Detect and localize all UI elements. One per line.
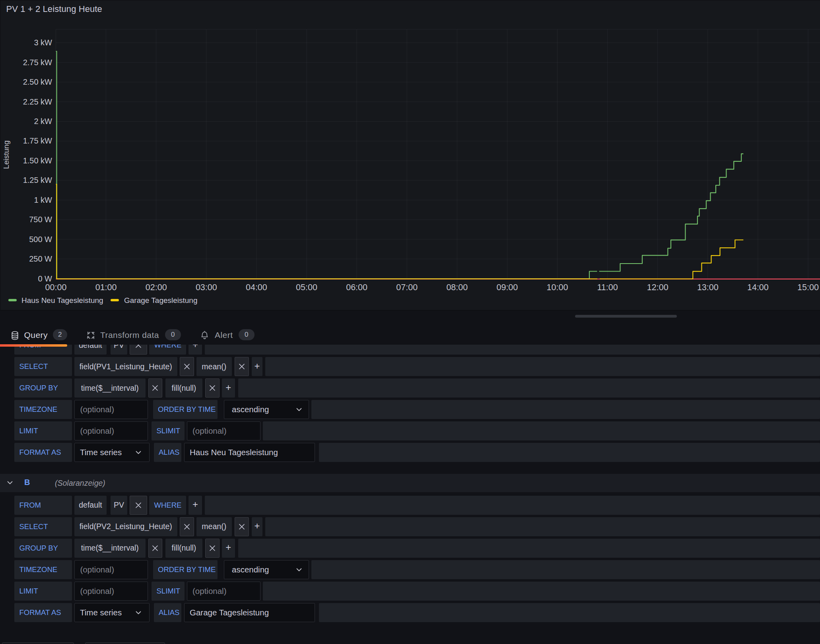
- svg-text:07:00: 07:00: [396, 283, 418, 292]
- svg-text:750 W: 750 W: [29, 215, 52, 224]
- svg-text:04:00: 04:00: [246, 283, 267, 292]
- svg-text:00:00: 00:00: [45, 283, 67, 292]
- svg-text:06:00: 06:00: [346, 283, 367, 292]
- svg-text:0 W: 0 W: [38, 274, 52, 283]
- svg-text:2.25 kW: 2.25 kW: [23, 97, 52, 106]
- svg-text:3 kW: 3 kW: [34, 38, 52, 47]
- svg-text:Leistung: Leistung: [2, 140, 10, 169]
- svg-text:11:00: 11:00: [597, 283, 618, 292]
- svg-text:01:00: 01:00: [95, 283, 117, 292]
- svg-text:2.75 kW: 2.75 kW: [23, 58, 52, 67]
- svg-text:1.50 kW: 1.50 kW: [23, 156, 52, 165]
- svg-text:2 kW: 2 kW: [34, 117, 52, 126]
- svg-text:250 W: 250 W: [29, 254, 52, 263]
- svg-text:1.25 kW: 1.25 kW: [23, 176, 52, 184]
- svg-text:05:00: 05:00: [296, 283, 317, 292]
- svg-text:02:00: 02:00: [146, 283, 167, 292]
- svg-text:08:00: 08:00: [446, 283, 468, 292]
- svg-text:12:00: 12:00: [647, 283, 668, 292]
- svg-text:15:00: 15:00: [797, 283, 819, 292]
- svg-text:13:00: 13:00: [697, 283, 719, 292]
- svg-text:500 W: 500 W: [29, 235, 52, 244]
- svg-text:10:00: 10:00: [547, 283, 568, 292]
- svg-text:1.75 kW: 1.75 kW: [23, 136, 52, 145]
- svg-text:03:00: 03:00: [196, 283, 217, 292]
- svg-text:2.50 kW: 2.50 kW: [23, 78, 52, 86]
- svg-text:1 kW: 1 kW: [34, 196, 52, 204]
- svg-text:14:00: 14:00: [747, 283, 769, 292]
- svg-text:09:00: 09:00: [496, 283, 518, 292]
